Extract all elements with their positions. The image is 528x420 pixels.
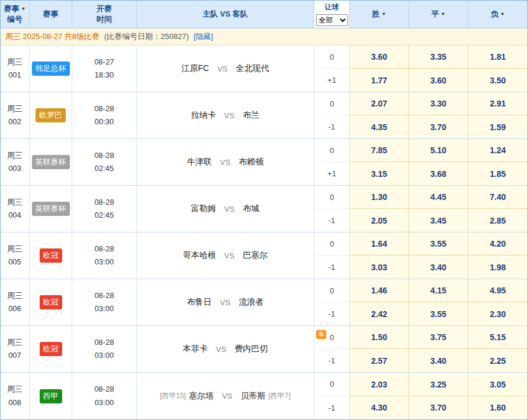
odds-win[interactable]: 1.46 [350,279,408,302]
match-row: 周三002欧罗巴08-2800:30拉纳卡VS布兰0-12.074.353.30… [1,92,527,139]
away-team: 全北现代 [236,63,269,74]
odds-lose[interactable]: 5.15 [468,326,527,349]
match-id-cell: 周三008 [1,373,30,419]
odds-lose[interactable]: 4.95 [468,279,527,302]
handicap-value: +1 [314,162,349,185]
odds-draw[interactable]: 3.70 [409,396,468,419]
odds-draw[interactable]: 3.40 [409,256,468,279]
match-number: 002 [8,115,21,128]
header-lose[interactable]: 负 ▼ [468,1,527,28]
chevron-down-icon[interactable]: ▼ [441,11,446,17]
match-day: 周三 [7,289,22,302]
match-date: 08-28 [94,289,114,302]
odds-draw[interactable]: 4.45 [409,186,468,209]
odds-win[interactable]: 1.30 [350,186,408,209]
odds-lose[interactable]: 1.98 [468,256,527,279]
odds-lose[interactable]: 2.30 [468,302,527,325]
chevron-down-icon[interactable]: ▼ [500,11,505,17]
handicap-filter-select[interactable]: 全部 [316,14,348,26]
hide-link[interactable]: [隐藏] [194,31,213,42]
odds-win[interactable]: 2.57 [350,349,408,372]
odds-lose[interactable]: 1.59 [468,115,527,138]
match-date: 08-28 [94,336,114,349]
teams-cell: [西甲15]塞尔塔VS贝蒂斯[西甲7] [137,373,314,419]
header-draw[interactable]: 平 ▼ [409,1,468,28]
odds-draw[interactable]: 3.75 [409,326,468,349]
odds-win[interactable]: 1.64 [350,232,408,256]
odds-win[interactable]: 1.77 [350,69,408,92]
league-cell: 欧冠 [30,279,72,325]
odds-lose[interactable]: 2.91 [468,92,527,115]
odds-column-draw: 3.303.70 [409,92,468,138]
odds-lose[interactable]: 3.50 [468,69,527,92]
odds-lose[interactable]: 3.05 [468,373,527,396]
odds-lose[interactable]: 2.25 [468,349,527,372]
time-cell: 08-2718:30 [72,46,137,92]
league-badge: 欧冠 [40,248,62,263]
header-league-label: 赛事 [43,9,59,20]
odds-lose[interactable]: 2.85 [468,209,527,232]
header-match-number[interactable]: 赛事 ▼ 编号 [1,1,30,28]
handicap-cell: 0-1 [314,186,350,232]
handicap-value: -1 [314,396,349,419]
odds-win[interactable]: 2.07 [350,92,408,115]
odds-column-lose: 1.241.85 [468,139,527,185]
odds-lose[interactable]: 1.85 [468,162,527,185]
league-cell: 西甲 [30,373,72,419]
header-time: 开赛 时间 [72,1,137,28]
odds-draw[interactable]: 3.35 [409,46,468,69]
handicap-cell: 0-1 [314,279,350,325]
handicap-value: -1 [314,209,349,232]
odds-draw[interactable]: 5.10 [409,139,468,162]
odds-win[interactable]: 1.50 [350,326,408,349]
odds-win[interactable]: 2.42 [350,302,408,325]
odds-draw[interactable]: 3.25 [409,373,468,396]
match-id-cell: 周三004 [1,186,30,232]
odds-win[interactable]: 7.85 [350,139,408,162]
odds-draw[interactable]: 3.55 [409,232,468,256]
odds-win[interactable]: 3.15 [350,162,408,185]
handicap-value: +1 [314,69,349,92]
odds-column-win: 1.502.57 [350,326,409,372]
handicap-value: 0 [314,186,349,209]
odds-lose[interactable]: 4.20 [468,232,527,256]
odds-draw[interactable]: 3.30 [409,92,468,115]
chevron-down-icon[interactable]: ▼ [21,6,26,12]
odds-draw[interactable]: 3.55 [409,302,468,325]
odds-win[interactable]: 4.35 [350,115,408,138]
match-time: 18:30 [95,69,114,82]
header-win[interactable]: 胜 ▼ [350,1,409,28]
teams-cell: 布鲁日VS流浪者 [137,279,314,325]
league-badge: 欧罗巴 [36,108,66,122]
odds-draw[interactable]: 3.68 [409,162,468,185]
odds-lose[interactable]: 1.81 [468,46,527,69]
handicap-value: 0 [314,279,349,302]
teams-cell: 本菲卡VS费内巴切 [137,326,314,372]
home-team: 塞尔塔 [189,391,214,402]
home-team: 富勒姆 [191,203,216,214]
odds-draw[interactable]: 3.60 [409,69,468,92]
odds-win[interactable]: 3.03 [350,256,408,279]
odds-win[interactable]: 2.05 [350,209,408,232]
match-date: 08-28 [94,102,114,115]
match-list: 周三001韩足总杯08-2718:30江原FCVS全北现代0+13.601.77… [1,46,527,419]
odds-lose[interactable]: 1.24 [468,139,527,162]
odds-win[interactable]: 2.03 [350,373,408,396]
chevron-down-icon[interactable]: ▼ [382,11,387,17]
match-day: 周三 [7,243,22,256]
odds-draw[interactable]: 3.45 [409,209,468,232]
odds-draw[interactable]: 3.70 [409,115,468,138]
odds-lose[interactable]: 1.60 [468,396,527,419]
date-summary: 周三 2025-08-27 共8场比赛 [5,31,99,42]
vs-label: VS [216,345,226,354]
odds-draw[interactable]: 3.40 [409,349,468,372]
header-match-number-label-line1: 赛事 [4,4,20,14]
odds-draw[interactable]: 4.15 [409,279,468,302]
odds-column-draw: 3.553.40 [409,232,468,279]
odds-win[interactable]: 4.30 [350,396,408,419]
match-day: 周三 [7,102,22,115]
odds-win[interactable]: 3.60 [350,46,408,69]
odds-lose[interactable]: 7.40 [468,186,527,209]
match-number: 001 [8,69,21,82]
match-date: 08-27 [94,56,114,69]
